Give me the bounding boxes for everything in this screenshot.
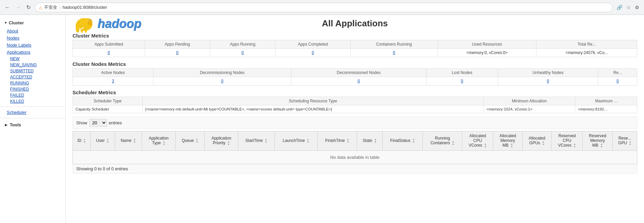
- browser-actions: 🔗 ☆ ⚙: [615, 4, 641, 11]
- cluster-arrow-icon: ▼: [4, 21, 7, 25]
- cluster-metrics-row: 0 0 0 0 0 <memory:0, vCores:0> <memory:2…: [73, 49, 637, 57]
- maximum-allocation-value: <memory:8192...: [575, 105, 637, 113]
- cluster-nodes-row: 3 0 0 0 0 0: [73, 77, 637, 85]
- tools-arrow-icon: ►: [4, 122, 8, 127]
- address-bar[interactable]: △ 不安全 | hadoop01:8088/cluster: [35, 3, 613, 12]
- forward-button[interactable]: →: [14, 4, 22, 11]
- security-icon: △: [39, 5, 42, 10]
- sidebar-item-node-labels[interactable]: Node Labels: [0, 42, 65, 49]
- col-containers-running: Containers Running: [350, 40, 438, 49]
- sidebar-item-scheduler[interactable]: Scheduler: [0, 109, 65, 116]
- col-lost-nodes: Lost Nodes: [426, 69, 498, 77]
- svg-rect-7: [81, 29, 83, 32]
- rebooted-nodes-value[interactable]: 0: [598, 77, 637, 85]
- col-queue[interactable]: Queue ▲▼: [175, 131, 204, 151]
- sidebar-subitem-submitted[interactable]: SUBMITTED: [0, 68, 65, 74]
- col-used-resources: Used Resources: [438, 40, 536, 49]
- apps-table-header-row: ID ▲▼ User ▲▼ Name ▲▼ ApplicationType ▲▼…: [73, 131, 637, 151]
- col-apps-completed: Apps Completed: [275, 40, 350, 49]
- col-state[interactable]: State ▲▼: [357, 131, 382, 151]
- containers-running-value[interactable]: 0: [350, 49, 438, 57]
- apps-submitted-value[interactable]: 0: [73, 49, 145, 57]
- url-text: hadoop01:8088/cluster: [62, 5, 107, 10]
- show-entries-bar: Show 10 20 50 100 entries: [72, 117, 637, 129]
- apps-pending-value[interactable]: 0: [145, 49, 210, 57]
- entries-select[interactable]: 10 20 50 100: [89, 119, 107, 127]
- tools-label: Tools: [10, 122, 21, 127]
- reload-button[interactable]: ↻: [25, 3, 32, 11]
- col-start-time[interactable]: StartTime ▲▼: [238, 131, 274, 151]
- active-nodes-value[interactable]: 3: [73, 77, 153, 85]
- col-decommissioning-nodes: Decommissioning Nodes: [153, 69, 291, 77]
- hadoop-text: hadoop: [97, 17, 141, 31]
- decommissioned-nodes-value[interactable]: 0: [291, 77, 426, 85]
- col-running-containers[interactable]: RunningContainers ▲▼: [423, 131, 462, 151]
- col-launch-time[interactable]: LaunchTime ▲▼: [274, 131, 317, 151]
- page-title: All Applications: [72, 18, 637, 29]
- separator: |: [59, 5, 60, 10]
- sidebar-subitem-new-saving[interactable]: NEW_SAVING: [0, 62, 65, 68]
- col-id[interactable]: ID ▲▼: [73, 131, 91, 151]
- col-reserved-gpu[interactable]: Rese...GPU ▲▼: [613, 131, 637, 151]
- scheduler-row: Capacity Scheduler [<name=memory-mb defa…: [73, 105, 637, 113]
- decommissioning-nodes-value[interactable]: 0: [153, 77, 291, 85]
- used-resources-value: <memory:0, vCores:0>: [438, 49, 536, 57]
- no-data-row: No data available in table: [73, 151, 637, 164]
- col-allocated-gpus[interactable]: AllocatedGPUs ▲▼: [522, 131, 552, 151]
- minimum-allocation-value: <memory:1024, vCores:1>: [484, 105, 575, 113]
- col-apps-running: Apps Running: [210, 40, 275, 49]
- col-allocated-cpu-vcores[interactable]: AllocatedCPUVCores ▲▼: [462, 131, 493, 151]
- apps-completed-value[interactable]: 0: [275, 49, 350, 57]
- tools-section-header[interactable]: ► Tools: [0, 120, 65, 129]
- main-content: hadoop All Applications Cluster Metrics …: [66, 15, 644, 223]
- sidebar-subitem-failed[interactable]: FAILED: [0, 92, 65, 98]
- header-area: hadoop All Applications: [72, 18, 637, 29]
- col-allocated-memory-mb[interactable]: AllocatedMemoryMB ▲▼: [493, 131, 523, 151]
- col-reserved-cpu-vcores[interactable]: ReservedCPUVCores ▲▼: [552, 131, 583, 151]
- cluster-metrics-title: Cluster Metrics: [72, 33, 637, 39]
- col-rebooted-nodes: Re...: [598, 69, 637, 77]
- sidebar-subitem-finished[interactable]: FINISHED: [0, 86, 65, 92]
- col-application-priority[interactable]: ApplicationPriority ▲▼: [205, 131, 238, 151]
- svg-rect-8: [85, 29, 87, 32]
- unhealthy-nodes-value[interactable]: 0: [498, 77, 598, 85]
- col-apps-submitted: Apps Submitted: [73, 40, 145, 49]
- sidebar-item-applications[interactable]: Applications: [0, 49, 65, 56]
- col-maximum-allocation: Maximum ...: [575, 97, 637, 105]
- apps-running-value[interactable]: 0: [210, 49, 275, 57]
- col-scheduler-type: Scheduler Type: [73, 97, 143, 105]
- sidebar-subitem-killed[interactable]: KILLED: [0, 98, 65, 104]
- browser-chrome: ← → ↻ △ 不安全 | hadoop01:8088/cluster 🔗 ☆ …: [0, 0, 644, 15]
- sidebar-item-nodes[interactable]: Nodes: [0, 34, 65, 42]
- cluster-nodes-table: Active Nodes Decommissioning Nodes Decom…: [72, 68, 637, 85]
- col-final-status[interactable]: FinalStatus ▲▼: [382, 131, 423, 151]
- cluster-section-header[interactable]: ▼ Cluster: [0, 18, 65, 27]
- scheduling-resource-value: [<name=memory-mb default-unit=Mi type=CO…: [142, 105, 484, 113]
- share-button[interactable]: 🔗: [615, 4, 624, 11]
- cluster-nodes-metrics-title: Cluster Nodes Metrics: [72, 61, 637, 67]
- sidebar: ▼ Cluster About Nodes Node Labels Applic…: [0, 15, 66, 223]
- sidebar-subitem-new[interactable]: NEW: [0, 56, 65, 62]
- back-button[interactable]: ←: [3, 4, 11, 11]
- col-scheduling-resource-type: Scheduling Resource Type: [142, 97, 484, 105]
- security-label: 不安全: [44, 4, 57, 10]
- svg-point-6: [88, 19, 92, 26]
- extensions-button[interactable]: ⚙: [634, 4, 641, 11]
- col-name[interactable]: Name ▲▼: [115, 131, 142, 151]
- apps-table: ID ▲▼ User ▲▼ Name ▲▼ ApplicationType ▲▼…: [72, 131, 637, 164]
- col-reserved-memory-mb[interactable]: ReservedMemoryMB ▲▼: [583, 131, 613, 151]
- col-active-nodes: Active Nodes: [73, 69, 153, 77]
- col-finish-time[interactable]: FinishTime ▲▼: [318, 131, 357, 151]
- apps-table-container: ID ▲▼ User ▲▼ Name ▲▼ ApplicationType ▲▼…: [72, 131, 637, 164]
- sidebar-item-about[interactable]: About: [0, 27, 65, 34]
- lost-nodes-value[interactable]: 0: [426, 77, 498, 85]
- page-layout: ▼ Cluster About Nodes Node Labels Applic…: [0, 15, 644, 223]
- scheduler-type-value: Capacity Scheduler: [73, 105, 143, 113]
- col-unhealthy-nodes: Unhealthy Nodes: [498, 69, 598, 77]
- sidebar-subitem-running[interactable]: RUNNING: [0, 80, 65, 86]
- hadoop-elephant-icon: [72, 15, 96, 34]
- bookmark-button[interactable]: ☆: [625, 4, 632, 11]
- sidebar-subitem-accepted[interactable]: ACCEPTED: [0, 74, 65, 80]
- col-application-type[interactable]: ApplicationType ▲▼: [142, 131, 175, 151]
- col-user[interactable]: User ▲▼: [91, 131, 115, 151]
